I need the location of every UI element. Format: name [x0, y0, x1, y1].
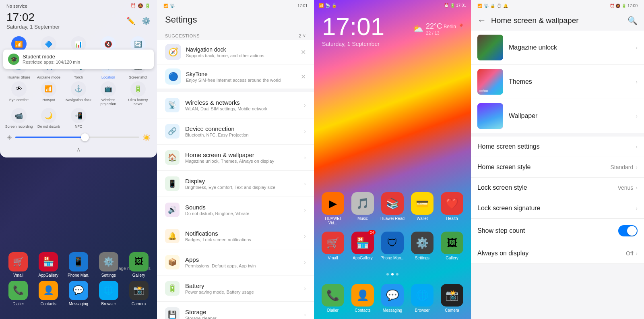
- dock-camera[interactable]: 📸 Camera: [127, 281, 151, 306]
- search-button[interactable]: 🔍: [627, 16, 638, 25]
- dock-contacts[interactable]: 👤 Contacts: [36, 281, 60, 306]
- phonemanager-label: Phone Man.: [68, 273, 89, 278]
- dock-camera-home[interactable]: 📸 Camera: [439, 284, 465, 313]
- wireless-title: Wireless & networks: [185, 99, 298, 106]
- toggle-ultrabattery[interactable]: 🔋 Ultra battery saver: [124, 81, 152, 107]
- settings-item-sounds[interactable]: 🔊 Sounds Do not disturb, Ringtone, Vibra…: [157, 197, 314, 223]
- alarm-icon: ⏰: [130, 3, 136, 8]
- brightness-slider[interactable]: [15, 137, 139, 138]
- dock-browser-home[interactable]: 🌐 Browser: [409, 284, 435, 313]
- student-mode-text: Student mode Restricted apps: 104/120 mi…: [23, 54, 80, 64]
- gallery-app-label: Gallery: [132, 273, 145, 278]
- edit-icon[interactable]: ✏️: [126, 17, 135, 25]
- app-appgallery-home[interactable]: 🏪 24 AppGallery: [350, 232, 376, 260]
- app-settings[interactable]: ⚙️ Settings: [97, 252, 121, 278]
- always-on-display-item[interactable]: Always on display Off ›: [471, 243, 644, 264]
- suggestion-navdock[interactable]: 🧭 Navigation dock Supports back, home, a…: [157, 40, 314, 64]
- settings-title-bar: Settings: [157, 11, 314, 30]
- dock-messaging[interactable]: 💬 Messaging: [66, 281, 91, 306]
- app-appgallery[interactable]: 🏪 AppGallery: [36, 252, 60, 278]
- navdock-suggestion-subtitle: Supports back, home, and other actions: [186, 53, 296, 58]
- app-music[interactable]: 🎵 Music: [350, 192, 376, 225]
- app-settings-home[interactable]: ⚙️ Settings: [409, 232, 435, 260]
- app-wallet[interactable]: 💳 Wallet: [409, 192, 435, 225]
- app-phonemanager-home[interactable]: 🛡 Phone Man...: [380, 232, 405, 260]
- home-status-left-icons: 📶 📡 🔒: [319, 3, 336, 8]
- app-phonemanager[interactable]: 📱 Phone Man.: [66, 252, 91, 278]
- app-health[interactable]: ❤️ Health: [439, 192, 465, 225]
- toggle-nfc[interactable]: 📲 NFC: [64, 108, 93, 129]
- notifications-chevron: ›: [304, 233, 306, 239]
- settings-item-wireless[interactable]: 📡 Wireless & networks WLAN, Dual SIM set…: [157, 92, 314, 118]
- lockscreen-signature-item[interactable]: Lock screen signature ›: [471, 198, 644, 219]
- app-vmall[interactable]: 🛒 Vmall: [6, 252, 30, 278]
- display-icon: 📱: [165, 176, 180, 191]
- themes-item[interactable]: 08/08 Themes ›: [471, 65, 644, 99]
- plain-settings-list: Home screen settings › Home screen style…: [471, 137, 644, 264]
- toggle-screenrecording[interactable]: 📹 Screen recording: [5, 108, 33, 129]
- vmall-icon: 🛒: [8, 252, 28, 271]
- status-icons-right: ⏰ 🔕 🔋: [130, 3, 151, 8]
- app-gallery[interactable]: 🖼 Gallery: [127, 252, 151, 278]
- toggle-dnd[interactable]: 🌙 Do not disturb: [35, 108, 63, 129]
- dock-messaging-home[interactable]: 💬 Messaging: [380, 284, 405, 313]
- wireless-subtitle: WLAN, Dual SIM settings, Mobile network: [185, 106, 298, 111]
- app-huaweiread[interactable]: 📚 Huawei Read: [380, 192, 405, 225]
- show-step-count-toggle[interactable]: [618, 225, 638, 236]
- home-wifi-icon: 📶: [319, 3, 324, 8]
- navdock-close-button[interactable]: ✕: [301, 48, 306, 56]
- settings-app-label: Settings: [101, 273, 116, 278]
- sounds-title: Sounds: [185, 204, 298, 211]
- storage-text: Storage Storage cleaner: [185, 309, 298, 319]
- display-subtitle: Brightness, Eye comfort, Text and displa…: [185, 185, 298, 190]
- toggle-wireless-projection[interactable]: 📺 Wireless projection: [94, 81, 122, 107]
- battery-icon: 🔋: [145, 3, 151, 8]
- app-huaweivid[interactable]: ▶ HUAWEI Vid...: [320, 192, 346, 225]
- settings-item-homescreen[interactable]: 🏠 Home screen & wallpaper Magazine unloc…: [157, 145, 314, 171]
- shade-collapse-arrow[interactable]: ∧: [0, 145, 157, 154]
- toggle-navdock[interactable]: ⚓ Navigation dock: [64, 81, 93, 107]
- panel4-volume-icon: 🔕: [615, 4, 620, 8]
- suggestion-skytone[interactable]: 🔵 SkyTone Enjoy SIM-free Internet access…: [157, 64, 314, 89]
- screenshot-label: Screenshot: [129, 75, 147, 80]
- back-button[interactable]: ←: [477, 15, 486, 26]
- appgallery-label: AppGallery: [38, 273, 58, 278]
- magazine-unlock-item[interactable]: Magazine unlock ›: [471, 31, 644, 65]
- browser-dock-label: Browser: [415, 308, 430, 313]
- toggle-eyecomfort[interactable]: 👁 Eye comfort: [5, 81, 33, 107]
- dock-dialler[interactable]: 📞 Dialler: [6, 281, 30, 306]
- dock-contacts-home[interactable]: 👤 Contacts: [350, 284, 376, 313]
- toggle-hotspot[interactable]: 📶 Hotspot: [35, 81, 63, 107]
- dialler-dock-label: Dialler: [327, 308, 339, 313]
- panel-homescreen-wallpaper: 📶 📡 🔒 ⌚ 🔔 ⏰ 🔕 🔋 17:00 ← Home screen & wa…: [471, 0, 644, 319]
- wallpaper-item[interactable]: Wallpaper ›: [471, 99, 644, 133]
- dock-dialler-home[interactable]: 📞 Dialler: [320, 284, 346, 313]
- panel4-page-title: Home screen & wallpaper: [491, 16, 623, 25]
- settings-icon[interactable]: ⚙️: [142, 17, 151, 25]
- settings-item-display[interactable]: 📱 Display Brightness, Eye comfort, Text …: [157, 171, 314, 197]
- app-gallery-home[interactable]: 🖼 Gallery: [439, 232, 465, 260]
- home-signal-icon: 📡: [325, 3, 330, 8]
- brightness-thumb[interactable]: [81, 133, 89, 141]
- wireless-text: Wireless & networks WLAN, Dual SIM setti…: [185, 99, 298, 111]
- navdock-label: Navigation dock: [66, 98, 91, 102]
- settings-item-apps[interactable]: 📦 Apps Permissions, Default apps, App tw…: [157, 249, 314, 276]
- settings-item-device[interactable]: 🔗 Device connection Bluetooth, NFC, Easy…: [157, 118, 314, 145]
- show-step-count-item[interactable]: Show step count: [471, 219, 644, 243]
- settings-status-bar: 📶 📡 17:01: [157, 0, 314, 11]
- homescreen-settings-item[interactable]: Home screen settings ›: [471, 137, 644, 157]
- panel4-bell-icon: 🔔: [503, 4, 508, 8]
- page-dot-1: [386, 273, 389, 276]
- homescreen-style-item[interactable]: Home screen style Standard ›: [471, 157, 644, 178]
- skytone-close-button[interactable]: ✕: [301, 73, 306, 81]
- settings-item-notifications[interactable]: 🔔 Notifications Badges, Lock screen noti…: [157, 223, 314, 249]
- vmall-home-icon: 🛒: [322, 232, 344, 254]
- settings-item-storage[interactable]: 💾 Storage Storage cleaner ›: [157, 302, 314, 319]
- dock-browser[interactable]: 🌐 Browser: [97, 281, 121, 306]
- settings-page-title: Settings: [165, 14, 306, 25]
- lockscreen-style-item[interactable]: Lock screen style Venus ›: [471, 178, 644, 198]
- app-vmall-home[interactable]: 🛒 Vmall: [320, 232, 346, 260]
- settings-item-battery[interactable]: 🔋 Battery Power saving mode, Battery usa…: [157, 276, 314, 302]
- quick-toggles-grid: 📶 IHGConnect 🔷 Bluetooth 📊 Mobile data 🔇…: [0, 33, 157, 132]
- home-weather-widget[interactable]: ⛅ 22°C Berlin 📍 22 / 13: [413, 22, 464, 35]
